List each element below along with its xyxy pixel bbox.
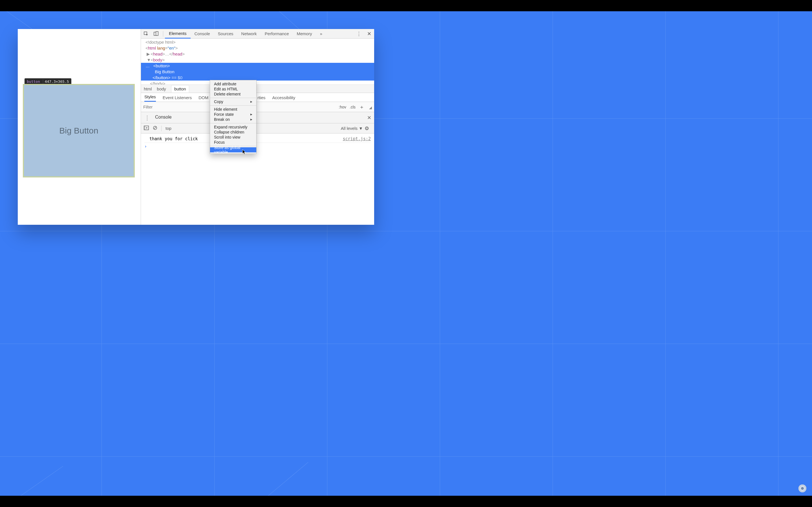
tab-sources[interactable]: Sources [214, 29, 238, 39]
ctx-expand-recursively[interactable]: Expand recursively [210, 124, 256, 129]
console-log-text: thank you for click [144, 136, 198, 142]
console-drawer-header: ⋮ Console ✕ [141, 112, 374, 123]
big-button-label: Big Button [59, 126, 98, 135]
svg-rect-4 [144, 126, 146, 130]
mouse-cursor-icon [242, 149, 246, 155]
ctx-store-as-global-variable[interactable]: Store as global variable [210, 147, 256, 152]
hov-toggle[interactable]: :hov [339, 105, 346, 109]
ctx-collapse-children[interactable]: Collapse children [210, 129, 256, 135]
subtab-styles[interactable]: Styles [144, 94, 156, 102]
inspect-tooltip-tag: button [27, 79, 40, 83]
dom-selected-node[interactable]: … <button> [141, 63, 374, 69]
ctx-scroll-into-view[interactable]: Scroll into view [210, 135, 256, 140]
console-prompt-icon[interactable]: › [144, 143, 371, 149]
tab-network[interactable]: Network [238, 29, 261, 39]
console-settings-icon[interactable]: ⚙ [364, 125, 369, 131]
ctx-copy[interactable]: Copy [210, 99, 256, 104]
ctx-delete-element[interactable]: Delete element [210, 92, 256, 97]
ctx-add-attribute[interactable]: Add attribute [210, 81, 256, 87]
console-output[interactable]: thank you for click script.js:2 › [141, 133, 374, 225]
drawer-menu-icon[interactable]: ⋮ [143, 114, 151, 121]
chrome-logo-icon [799, 485, 806, 492]
browser-devtools-window: button 447.3×365.5 Big Button Elements C… [18, 29, 374, 225]
clear-console-icon[interactable] [153, 126, 157, 131]
console-context-select[interactable]: top [165, 126, 171, 131]
ctx-hide-element[interactable]: Hide element [210, 107, 256, 112]
drawer-tab-console[interactable]: Console [151, 112, 175, 123]
devtools-toolbar: Elements Console Sources Network Perform… [141, 29, 374, 39]
breadcrumb-html[interactable]: html [144, 87, 152, 91]
console-log-row: thank you for click script.js:2 [144, 135, 371, 143]
console-log-source[interactable]: script.js:2 [343, 136, 371, 142]
tab-performance[interactable]: Performance [261, 29, 293, 39]
devtools-panel: Elements Console Sources Network Perform… [141, 29, 374, 225]
ctx-force-state[interactable]: Force state [210, 112, 256, 117]
cls-toggle[interactable]: .cls [350, 105, 356, 109]
subtab-event-listeners[interactable]: Event Listeners [163, 95, 192, 102]
console-sidebar-toggle-icon[interactable] [144, 126, 149, 131]
close-drawer-icon[interactable]: ✕ [367, 115, 371, 121]
inspect-tooltip-dimensions: 447.3×365.5 [43, 79, 69, 83]
tab-console[interactable]: Console [191, 29, 214, 39]
kebab-menu-icon[interactable]: ⋮ [354, 29, 364, 39]
new-style-rule-icon[interactable]: ＋ [359, 104, 364, 110]
styles-filter-input[interactable] [143, 105, 202, 109]
log-levels-select[interactable]: All levels ▼ [341, 126, 363, 131]
big-button[interactable]: Big Button [23, 84, 135, 177]
rendered-page-pane: button 447.3×365.5 Big Button [18, 29, 141, 225]
presentation-background: button 447.3×365.5 Big Button Elements C… [0, 11, 812, 496]
resize-corner-icon[interactable] [369, 107, 372, 109]
tabs-overflow-icon[interactable]: » [316, 29, 326, 39]
subtab-accessibility[interactable]: Accessibility [272, 95, 296, 102]
breadcrumb-button[interactable]: button [171, 85, 189, 93]
inspect-icon[interactable] [141, 29, 151, 39]
context-menu[interactable]: Add attribute Edit as HTML Delete elemen… [210, 80, 257, 154]
close-devtools-icon[interactable]: ✕ [364, 29, 374, 39]
svg-rect-2 [156, 32, 158, 36]
device-toggle-icon[interactable] [151, 29, 161, 39]
styles-filter-row: :hov .cls ＋ [141, 102, 374, 112]
tab-elements[interactable]: Elements [165, 29, 191, 39]
breadcrumb-body[interactable]: body [157, 87, 166, 91]
breadcrumb[interactable]: html body button [141, 84, 374, 93]
ctx-focus[interactable]: Focus [210, 140, 256, 145]
ctx-edit-as-html[interactable]: Edit as HTML [210, 87, 256, 92]
subtab-dom-breakpoints[interactable]: DOM [199, 95, 208, 102]
styles-subtabs: Styles Event Listeners DOM rties Accessi… [141, 93, 374, 102]
svg-line-6 [154, 127, 156, 129]
ctx-break-on[interactable]: Break on [210, 117, 256, 122]
tab-memory[interactable]: Memory [293, 29, 316, 39]
console-toolbar: top All levels ▼ ⚙ [141, 123, 374, 133]
subtab-properties[interactable]: rties [257, 95, 265, 102]
dom-tree[interactable]: <!doctype html> <html lang="en"> ▶<head>… [141, 39, 374, 84]
